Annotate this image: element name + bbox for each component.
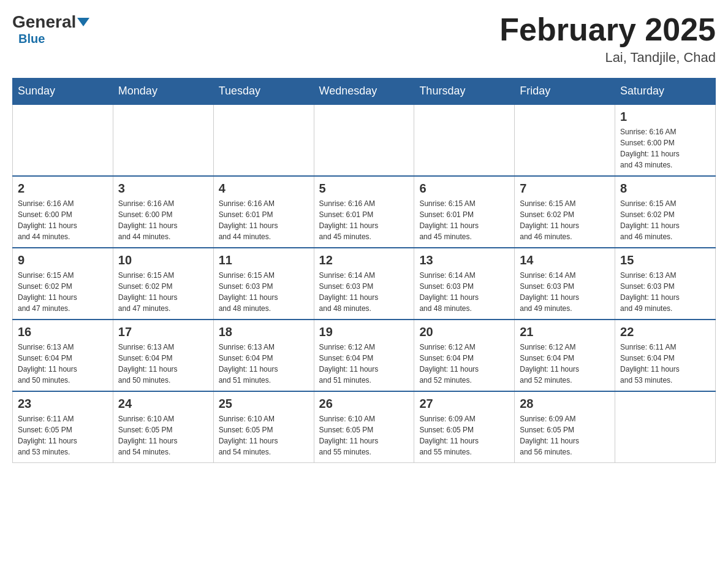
calendar-cell-0-4 [414, 104, 515, 176]
calendar-cell-3-6: 22Sunrise: 6:11 AM Sunset: 6:04 PM Dayli… [615, 320, 716, 391]
day-number: 12 [319, 253, 409, 267]
day-info: Sunrise: 6:14 AM Sunset: 6:03 PM Dayligh… [520, 270, 610, 314]
calendar-cell-1-0: 2Sunrise: 6:16 AM Sunset: 6:00 PM Daylig… [13, 176, 113, 248]
calendar-cell-0-5 [515, 104, 615, 176]
calendar-cell-4-5: 28Sunrise: 6:09 AM Sunset: 6:05 PM Dayli… [515, 391, 615, 463]
calendar-cell-4-6 [615, 391, 716, 463]
day-info: Sunrise: 6:10 AM Sunset: 6:05 PM Dayligh… [118, 413, 208, 458]
day-number: 20 [419, 325, 509, 339]
day-info: Sunrise: 6:15 AM Sunset: 6:02 PM Dayligh… [520, 198, 610, 242]
day-info: Sunrise: 6:15 AM Sunset: 6:03 PM Dayligh… [219, 270, 309, 314]
calendar-cell-1-1: 3Sunrise: 6:16 AM Sunset: 6:00 PM Daylig… [113, 176, 213, 248]
calendar-cell-0-2 [213, 104, 314, 176]
day-info: Sunrise: 6:13 AM Sunset: 6:04 PM Dayligh… [18, 342, 108, 386]
day-number: 5 [319, 182, 409, 196]
week-row-0: 1Sunrise: 6:16 AM Sunset: 6:00 PM Daylig… [13, 104, 716, 176]
day-number: 17 [118, 325, 208, 339]
calendar-cell-3-4: 20Sunrise: 6:12 AM Sunset: 6:04 PM Dayli… [414, 320, 515, 391]
month-title: February 2025 [499, 12, 716, 47]
day-number: 27 [419, 397, 509, 411]
day-info: Sunrise: 6:14 AM Sunset: 6:03 PM Dayligh… [319, 270, 409, 314]
calendar-cell-1-2: 4Sunrise: 6:16 AM Sunset: 6:01 PM Daylig… [213, 176, 314, 248]
day-number: 14 [520, 253, 610, 267]
day-info: Sunrise: 6:16 AM Sunset: 6:01 PM Dayligh… [319, 198, 409, 242]
calendar-cell-2-4: 13Sunrise: 6:14 AM Sunset: 6:03 PM Dayli… [414, 248, 515, 320]
calendar-table: Sunday Monday Tuesday Wednesday Thursday… [12, 78, 716, 463]
day-info: Sunrise: 6:11 AM Sunset: 6:04 PM Dayligh… [620, 342, 710, 386]
page-header: General Blue February 2025 Lai, Tandjile… [12, 12, 716, 66]
day-info: Sunrise: 6:15 AM Sunset: 6:01 PM Dayligh… [419, 198, 509, 242]
day-info: Sunrise: 6:15 AM Sunset: 6:02 PM Dayligh… [118, 270, 208, 314]
logo: General Blue [12, 12, 89, 46]
week-row-2: 9Sunrise: 6:15 AM Sunset: 6:02 PM Daylig… [13, 248, 716, 320]
day-number: 8 [620, 182, 710, 196]
week-row-1: 2Sunrise: 6:16 AM Sunset: 6:00 PM Daylig… [13, 176, 716, 248]
day-info: Sunrise: 6:10 AM Sunset: 6:05 PM Dayligh… [319, 413, 409, 458]
day-number: 4 [219, 182, 309, 196]
day-number: 22 [620, 325, 710, 339]
calendar-cell-4-3: 26Sunrise: 6:10 AM Sunset: 6:05 PM Dayli… [314, 391, 414, 463]
calendar-cell-3-3: 19Sunrise: 6:12 AM Sunset: 6:04 PM Dayli… [314, 320, 414, 391]
calendar-cell-2-2: 11Sunrise: 6:15 AM Sunset: 6:03 PM Dayli… [213, 248, 314, 320]
calendar-cell-2-3: 12Sunrise: 6:14 AM Sunset: 6:03 PM Dayli… [314, 248, 414, 320]
week-row-4: 23Sunrise: 6:11 AM Sunset: 6:05 PM Dayli… [13, 391, 716, 463]
day-info: Sunrise: 6:09 AM Sunset: 6:05 PM Dayligh… [520, 413, 610, 458]
day-number: 3 [118, 182, 208, 196]
calendar-header-row: Sunday Monday Tuesday Wednesday Thursday… [13, 79, 716, 105]
calendar-cell-0-6: 1Sunrise: 6:16 AM Sunset: 6:00 PM Daylig… [615, 104, 716, 176]
day-number: 24 [118, 397, 208, 411]
day-info: Sunrise: 6:14 AM Sunset: 6:03 PM Dayligh… [419, 270, 509, 314]
calendar-cell-0-0 [13, 104, 113, 176]
day-number: 7 [520, 182, 610, 196]
location-title: Lai, Tandjile, Chad [499, 50, 716, 66]
day-info: Sunrise: 6:15 AM Sunset: 6:02 PM Dayligh… [620, 198, 710, 242]
calendar-cell-1-4: 6Sunrise: 6:15 AM Sunset: 6:01 PM Daylig… [414, 176, 515, 248]
calendar-cell-4-0: 23Sunrise: 6:11 AM Sunset: 6:05 PM Dayli… [13, 391, 113, 463]
day-info: Sunrise: 6:16 AM Sunset: 6:00 PM Dayligh… [620, 126, 710, 170]
day-number: 9 [18, 253, 108, 267]
col-tuesday: Tuesday [213, 79, 314, 105]
calendar-cell-0-1 [113, 104, 213, 176]
calendar-cell-2-0: 9Sunrise: 6:15 AM Sunset: 6:02 PM Daylig… [13, 248, 113, 320]
day-number: 13 [419, 253, 509, 267]
col-friday: Friday [515, 79, 615, 105]
day-info: Sunrise: 6:12 AM Sunset: 6:04 PM Dayligh… [319, 342, 409, 386]
day-number: 2 [18, 182, 108, 196]
calendar-cell-1-6: 8Sunrise: 6:15 AM Sunset: 6:02 PM Daylig… [615, 176, 716, 248]
title-block: February 2025 Lai, Tandjile, Chad [499, 12, 716, 66]
day-number: 26 [319, 397, 409, 411]
day-info: Sunrise: 6:16 AM Sunset: 6:00 PM Dayligh… [118, 198, 208, 242]
calendar-cell-4-1: 24Sunrise: 6:10 AM Sunset: 6:05 PM Dayli… [113, 391, 213, 463]
calendar-cell-2-6: 15Sunrise: 6:13 AM Sunset: 6:03 PM Dayli… [615, 248, 716, 320]
day-number: 6 [419, 182, 509, 196]
day-info: Sunrise: 6:13 AM Sunset: 6:04 PM Dayligh… [118, 342, 208, 386]
day-number: 15 [620, 253, 710, 267]
day-info: Sunrise: 6:16 AM Sunset: 6:00 PM Dayligh… [18, 198, 108, 242]
calendar-cell-3-2: 18Sunrise: 6:13 AM Sunset: 6:04 PM Dayli… [213, 320, 314, 391]
calendar-cell-2-5: 14Sunrise: 6:14 AM Sunset: 6:03 PM Dayli… [515, 248, 615, 320]
day-number: 11 [219, 253, 309, 267]
day-number: 25 [219, 397, 309, 411]
day-number: 10 [118, 253, 208, 267]
day-info: Sunrise: 6:12 AM Sunset: 6:04 PM Dayligh… [419, 342, 509, 386]
calendar-cell-4-2: 25Sunrise: 6:10 AM Sunset: 6:05 PM Dayli… [213, 391, 314, 463]
day-number: 28 [520, 397, 610, 411]
calendar-cell-4-4: 27Sunrise: 6:09 AM Sunset: 6:05 PM Dayli… [414, 391, 515, 463]
day-info: Sunrise: 6:13 AM Sunset: 6:03 PM Dayligh… [620, 270, 710, 314]
day-info: Sunrise: 6:16 AM Sunset: 6:01 PM Dayligh… [219, 198, 309, 242]
week-row-3: 16Sunrise: 6:13 AM Sunset: 6:04 PM Dayli… [13, 320, 716, 391]
day-info: Sunrise: 6:09 AM Sunset: 6:05 PM Dayligh… [419, 413, 509, 458]
calendar-cell-3-5: 21Sunrise: 6:12 AM Sunset: 6:04 PM Dayli… [515, 320, 615, 391]
calendar-cell-1-5: 7Sunrise: 6:15 AM Sunset: 6:02 PM Daylig… [515, 176, 615, 248]
day-info: Sunrise: 6:12 AM Sunset: 6:04 PM Dayligh… [520, 342, 610, 386]
day-info: Sunrise: 6:10 AM Sunset: 6:05 PM Dayligh… [219, 413, 309, 458]
col-wednesday: Wednesday [314, 79, 414, 105]
day-info: Sunrise: 6:11 AM Sunset: 6:05 PM Dayligh… [18, 413, 108, 458]
day-number: 19 [319, 325, 409, 339]
day-info: Sunrise: 6:13 AM Sunset: 6:04 PM Dayligh… [219, 342, 309, 386]
col-sunday: Sunday [13, 79, 113, 105]
day-number: 16 [18, 325, 108, 339]
calendar-cell-3-1: 17Sunrise: 6:13 AM Sunset: 6:04 PM Dayli… [113, 320, 213, 391]
day-number: 1 [620, 110, 710, 124]
col-monday: Monday [113, 79, 213, 105]
